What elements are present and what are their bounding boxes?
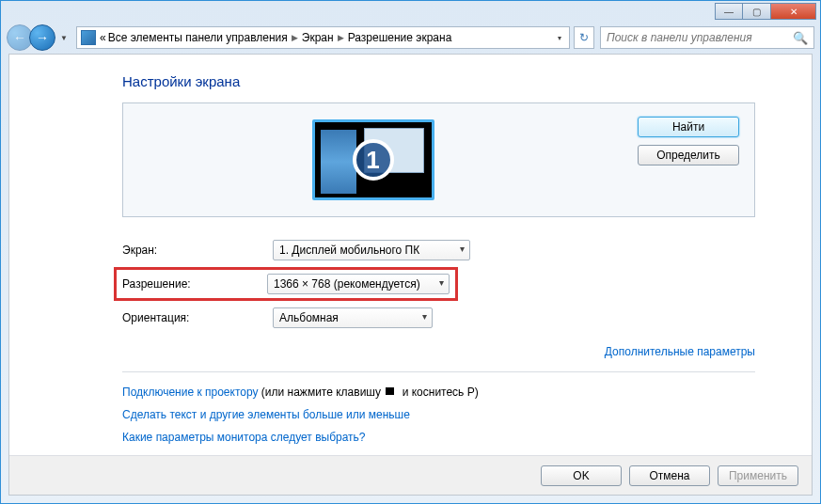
orientation-select[interactable]: Альбомная xyxy=(273,307,433,328)
ok-button[interactable]: OK xyxy=(541,465,622,486)
search-input[interactable] xyxy=(607,31,793,44)
nav-history-dropdown[interactable]: ▼ xyxy=(57,28,71,47)
breadcrumb-prefix: « xyxy=(100,31,106,44)
monitor-preview-panel: 1 Найти Определить xyxy=(122,102,755,217)
close-button[interactable]: ✕ xyxy=(771,3,816,20)
address-bar: ← → ▼ « Все элементы панели управления ▶… xyxy=(1,22,820,54)
maximize-button[interactable]: ▢ xyxy=(743,3,771,20)
display-select[interactable]: 1. Дисплей мобильного ПК xyxy=(273,240,470,260)
projector-text-b: и коснитесь P) xyxy=(399,386,478,399)
breadcrumb-item-1[interactable]: Все элементы панели управления xyxy=(108,31,288,44)
textsize-link[interactable]: Сделать текст и другие элементы больше и… xyxy=(122,408,410,421)
page-title: Настройки экрана xyxy=(122,73,755,89)
chevron-right-icon: ▶ xyxy=(336,33,346,42)
display-label: Экран: xyxy=(122,244,273,257)
monitor-preview-area[interactable]: 1 xyxy=(123,119,623,200)
chevron-right-icon: ▶ xyxy=(290,33,300,42)
help-links: Подключение к проектору (или нажмите кла… xyxy=(122,386,755,444)
nav-forward-button[interactable]: → xyxy=(29,24,55,51)
projector-link[interactable]: Подключение к проектору xyxy=(122,386,259,399)
minimize-button[interactable]: — xyxy=(715,3,743,20)
projector-line: Подключение к проектору (или нажмите кла… xyxy=(122,386,755,399)
display-row: Экран: 1. Дисплей мобильного ПК xyxy=(122,240,755,260)
arrow-left-icon: ← xyxy=(13,30,26,45)
orientation-label: Ориентация: xyxy=(122,311,273,324)
resolution-label: Разрешение: xyxy=(122,277,267,291)
resolution-row: Разрешение: 1366 × 768 (рекомендуется) xyxy=(117,270,455,298)
main-content: Настройки экрана 1 Найти Определить Экра… xyxy=(9,55,812,455)
breadcrumb-item-3[interactable]: Разрешение экрана xyxy=(348,31,452,44)
search-box: 🔍 xyxy=(600,26,814,49)
nav-buttons: ← → ▼ xyxy=(7,24,71,51)
cancel-button[interactable]: Отмена xyxy=(629,465,710,486)
window-frame: — ▢ ✕ ← → ▼ « Все элементы панели управл… xyxy=(0,0,821,504)
control-panel-icon xyxy=(81,30,96,45)
arrow-right-icon: → xyxy=(36,30,49,45)
which-monitor-line: Какие параметры монитора следует выбрать… xyxy=(122,431,755,444)
monitor-number-badge: 1 xyxy=(353,139,394,181)
titlebar: — ▢ ✕ xyxy=(1,1,820,22)
orientation-row: Ориентация: Альбомная xyxy=(122,307,755,328)
refresh-icon: ↻ xyxy=(579,31,589,44)
search-icon[interactable]: 🔍 xyxy=(793,31,808,45)
breadcrumb[interactable]: « Все элементы панели управления ▶ Экран… xyxy=(76,26,570,49)
separator xyxy=(122,371,755,372)
refresh-button[interactable]: ↻ xyxy=(574,26,594,49)
panel-buttons: Найти Определить xyxy=(623,103,754,179)
apply-button[interactable]: Применить xyxy=(718,465,798,486)
advanced-link-row: Дополнительные параметры xyxy=(122,345,755,358)
resolution-select[interactable]: 1366 × 768 (рекомендуется) xyxy=(267,274,450,294)
breadcrumb-item-2[interactable]: Экран xyxy=(302,31,334,44)
window-controls: — ▢ ✕ xyxy=(715,3,816,20)
which-monitor-link[interactable]: Какие параметры монитора следует выбрать… xyxy=(122,431,366,444)
content-area: Настройки экрана 1 Найти Определить Экра… xyxy=(8,54,813,496)
textsize-line: Сделать текст и другие элементы больше и… xyxy=(122,408,755,421)
advanced-settings-link[interactable]: Дополнительные параметры xyxy=(605,345,755,358)
identify-button[interactable]: Определить xyxy=(638,145,739,165)
monitor-icon[interactable]: 1 xyxy=(312,119,434,200)
projector-text-a: (или нажмите клавишу xyxy=(259,386,385,399)
dialog-button-bar: OK Отмена Применить xyxy=(9,455,812,495)
find-button[interactable]: Найти xyxy=(638,117,739,137)
breadcrumb-dropdown-icon[interactable]: ▾ xyxy=(554,34,565,42)
windows-key-icon xyxy=(386,387,397,399)
